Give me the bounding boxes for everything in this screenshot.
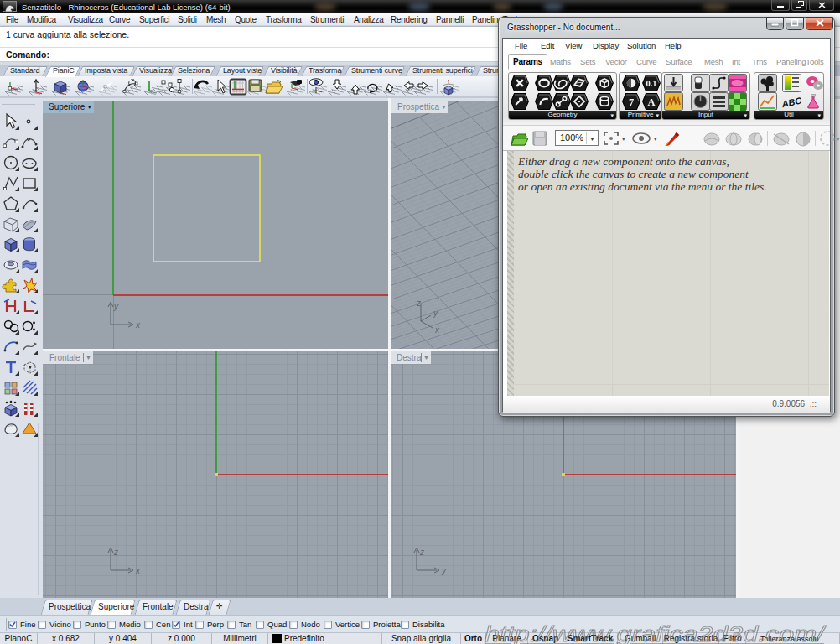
svg-text:y: y bbox=[433, 309, 438, 318]
svg-text:7: 7 bbox=[629, 96, 634, 108]
svg-text:0.1: 0.1 bbox=[646, 79, 656, 88]
svg-text:x: x bbox=[135, 566, 141, 575]
svg-text:z: z bbox=[419, 548, 424, 557]
svg-text:y: y bbox=[113, 302, 119, 311]
svg-text:ABC: ABC bbox=[782, 95, 801, 109]
svg-text:x: x bbox=[135, 320, 141, 330]
svg-text:x: x bbox=[434, 325, 440, 335]
svg-text:z: z bbox=[416, 299, 421, 308]
svg-text:A: A bbox=[648, 96, 656, 108]
svg-text:z: z bbox=[113, 548, 118, 557]
svg-text:y: y bbox=[441, 566, 447, 575]
